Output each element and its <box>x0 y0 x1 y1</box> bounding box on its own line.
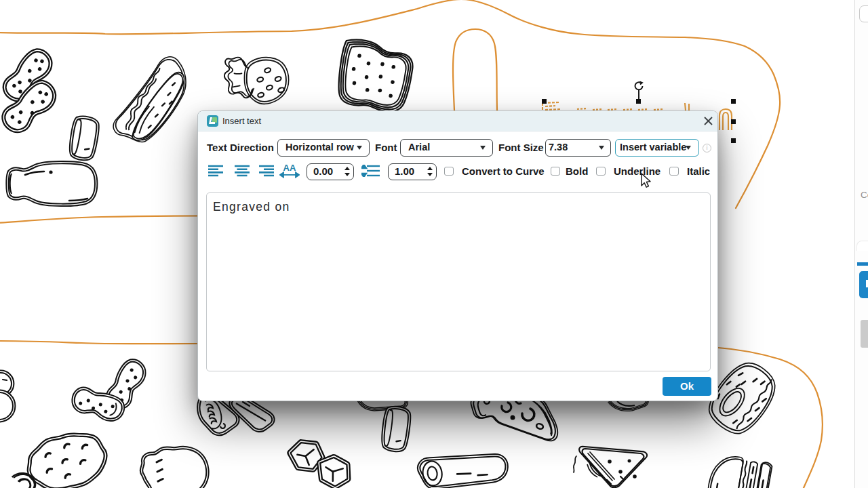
svg-text:AA: AA <box>283 163 296 173</box>
